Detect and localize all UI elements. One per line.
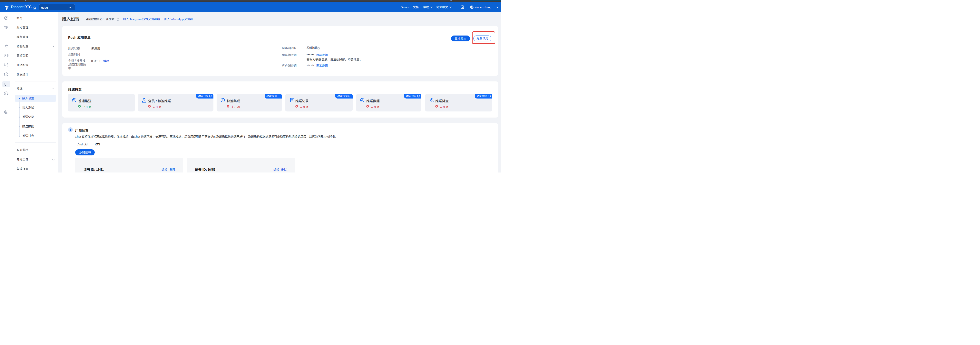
svg-text:$: $ <box>462 6 463 8</box>
